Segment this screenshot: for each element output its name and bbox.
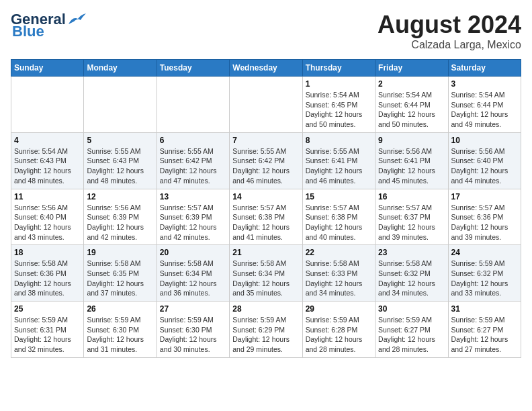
day-number: 25	[14, 304, 81, 314]
calendar-cell: 22Sunrise: 5:58 AMSunset: 6:33 PMDayligh…	[302, 245, 375, 302]
day-number: 4	[14, 136, 81, 145]
calendar-cell: 24Sunrise: 5:59 AMSunset: 6:32 PMDayligh…	[448, 245, 521, 302]
calendar-cell: 8Sunrise: 5:55 AMSunset: 6:41 PMDaylight…	[302, 132, 375, 189]
calendar-week-row: 11Sunrise: 5:56 AMSunset: 6:40 PMDayligh…	[11, 189, 521, 245]
calendar-cell: 7Sunrise: 5:55 AMSunset: 6:42 PMDaylight…	[230, 132, 302, 189]
calendar-cell: 14Sunrise: 5:57 AMSunset: 6:38 PMDayligh…	[230, 189, 302, 245]
day-number: 10	[451, 136, 518, 145]
title-area: August 2024 Calzada Larga, Mexico	[378, 11, 521, 51]
day-info: Sunrise: 5:55 AMSunset: 6:42 PMDaylight:…	[160, 146, 226, 186]
day-info: Sunrise: 5:57 AMSunset: 6:38 PMDaylight:…	[306, 203, 372, 242]
day-number: 12	[87, 192, 153, 201]
day-info: Sunrise: 5:58 AMSunset: 6:32 PMDaylight:…	[378, 259, 445, 298]
day-number: 1	[306, 79, 372, 89]
day-number: 8	[306, 136, 372, 145]
day-info: Sunrise: 5:59 AMSunset: 6:29 PMDaylight:…	[232, 315, 299, 355]
day-info: Sunrise: 5:58 AMSunset: 6:36 PMDaylight:…	[14, 259, 81, 298]
calendar-cell: 17Sunrise: 5:57 AMSunset: 6:36 PMDayligh…	[448, 189, 521, 245]
calendar-cell	[157, 77, 229, 133]
day-number: 31	[451, 304, 518, 314]
calendar-week-row: 1Sunrise: 5:54 AMSunset: 6:45 PMDaylight…	[11, 77, 521, 133]
day-number: 5	[87, 136, 153, 145]
calendar-cell: 16Sunrise: 5:57 AMSunset: 6:37 PMDayligh…	[375, 189, 448, 245]
calendar-cell: 3Sunrise: 5:54 AMSunset: 6:44 PMDaylight…	[448, 77, 521, 133]
weekday-header: Thursday	[302, 60, 375, 77]
calendar-subtitle: Calzada Larga, Mexico	[378, 39, 521, 51]
day-info: Sunrise: 5:59 AMSunset: 6:30 PMDaylight:…	[160, 315, 226, 355]
day-number: 24	[451, 248, 518, 257]
weekday-header: Saturday	[448, 60, 521, 77]
day-number: 22	[306, 248, 372, 257]
day-number: 15	[306, 192, 372, 201]
weekday-header: Sunday	[11, 60, 84, 77]
calendar-cell: 27Sunrise: 5:59 AMSunset: 6:30 PMDayligh…	[157, 302, 229, 358]
day-info: Sunrise: 5:54 AMSunset: 6:44 PMDaylight:…	[451, 90, 518, 130]
weekday-header: Tuesday	[157, 60, 229, 77]
calendar-table: SundayMondayTuesdayWednesdayThursdayFrid…	[11, 59, 521, 358]
calendar-cell: 9Sunrise: 5:56 AMSunset: 6:41 PMDaylight…	[375, 132, 448, 189]
logo-bird-icon	[67, 12, 87, 27]
day-info: Sunrise: 5:56 AMSunset: 6:40 PMDaylight:…	[451, 146, 518, 186]
calendar-cell: 29Sunrise: 5:59 AMSunset: 6:28 PMDayligh…	[302, 302, 375, 358]
day-number: 13	[160, 192, 226, 201]
day-number: 19	[87, 248, 153, 257]
day-info: Sunrise: 5:59 AMSunset: 6:27 PMDaylight:…	[378, 315, 445, 355]
day-info: Sunrise: 5:56 AMSunset: 6:41 PMDaylight:…	[378, 146, 445, 186]
calendar-cell: 31Sunrise: 5:59 AMSunset: 6:27 PMDayligh…	[448, 302, 521, 358]
day-number: 11	[14, 192, 81, 201]
day-info: Sunrise: 5:55 AMSunset: 6:42 PMDaylight:…	[232, 146, 299, 186]
day-number: 18	[14, 248, 81, 257]
day-info: Sunrise: 5:58 AMSunset: 6:35 PMDaylight:…	[87, 259, 153, 298]
calendar-cell: 2Sunrise: 5:54 AMSunset: 6:44 PMDaylight…	[375, 77, 448, 133]
logo: General Blue	[11, 11, 87, 40]
calendar-cell: 28Sunrise: 5:59 AMSunset: 6:29 PMDayligh…	[230, 302, 302, 358]
day-info: Sunrise: 5:54 AMSunset: 6:44 PMDaylight:…	[378, 90, 445, 130]
calendar-week-row: 25Sunrise: 5:59 AMSunset: 6:31 PMDayligh…	[11, 302, 521, 358]
day-info: Sunrise: 5:54 AMSunset: 6:45 PMDaylight:…	[306, 90, 372, 130]
day-number: 20	[160, 248, 226, 257]
day-info: Sunrise: 5:57 AMSunset: 6:37 PMDaylight:…	[378, 203, 445, 242]
day-info: Sunrise: 5:58 AMSunset: 6:33 PMDaylight:…	[306, 259, 372, 298]
day-info: Sunrise: 5:59 AMSunset: 6:31 PMDaylight:…	[14, 315, 81, 355]
day-info: Sunrise: 5:56 AMSunset: 6:39 PMDaylight:…	[87, 203, 153, 242]
day-number: 14	[232, 192, 299, 201]
day-info: Sunrise: 5:59 AMSunset: 6:30 PMDaylight:…	[87, 315, 153, 355]
logo-general: General	[11, 11, 66, 28]
day-info: Sunrise: 5:56 AMSunset: 6:40 PMDaylight:…	[14, 203, 81, 242]
day-info: Sunrise: 5:57 AMSunset: 6:39 PMDaylight:…	[160, 203, 226, 242]
day-number: 6	[160, 136, 226, 145]
calendar-cell: 1Sunrise: 5:54 AMSunset: 6:45 PMDaylight…	[302, 77, 375, 133]
day-number: 29	[306, 304, 372, 314]
day-info: Sunrise: 5:59 AMSunset: 6:32 PMDaylight:…	[451, 259, 518, 298]
day-number: 7	[232, 136, 299, 145]
calendar-cell: 18Sunrise: 5:58 AMSunset: 6:36 PMDayligh…	[11, 245, 84, 302]
calendar-week-row: 18Sunrise: 5:58 AMSunset: 6:36 PMDayligh…	[11, 245, 521, 302]
day-number: 28	[232, 304, 299, 314]
calendar-cell: 20Sunrise: 5:58 AMSunset: 6:34 PMDayligh…	[157, 245, 229, 302]
calendar-cell: 12Sunrise: 5:56 AMSunset: 6:39 PMDayligh…	[84, 189, 157, 245]
calendar-cell	[230, 77, 302, 133]
calendar-week-row: 4Sunrise: 5:54 AMSunset: 6:43 PMDaylight…	[11, 132, 521, 189]
calendar-cell: 23Sunrise: 5:58 AMSunset: 6:32 PMDayligh…	[375, 245, 448, 302]
day-number: 26	[87, 304, 153, 314]
calendar-cell: 6Sunrise: 5:55 AMSunset: 6:42 PMDaylight…	[157, 132, 229, 189]
header: General Blue August 2024 Calzada Larga, …	[11, 11, 521, 51]
calendar-cell: 13Sunrise: 5:57 AMSunset: 6:39 PMDayligh…	[157, 189, 229, 245]
day-number: 16	[378, 192, 445, 201]
calendar-cell	[11, 77, 84, 133]
calendar-cell: 25Sunrise: 5:59 AMSunset: 6:31 PMDayligh…	[11, 302, 84, 358]
calendar-title: August 2024	[378, 11, 521, 39]
day-number: 3	[451, 79, 518, 89]
day-number: 2	[378, 79, 445, 89]
weekday-header: Friday	[375, 60, 448, 77]
weekday-header: Monday	[84, 60, 157, 77]
calendar-cell: 11Sunrise: 5:56 AMSunset: 6:40 PMDayligh…	[11, 189, 84, 245]
day-info: Sunrise: 5:57 AMSunset: 6:36 PMDaylight:…	[451, 203, 518, 242]
day-info: Sunrise: 5:58 AMSunset: 6:34 PMDaylight:…	[160, 259, 226, 298]
day-info: Sunrise: 5:54 AMSunset: 6:43 PMDaylight:…	[14, 146, 81, 186]
calendar-cell: 15Sunrise: 5:57 AMSunset: 6:38 PMDayligh…	[302, 189, 375, 245]
day-info: Sunrise: 5:57 AMSunset: 6:38 PMDaylight:…	[232, 203, 299, 242]
day-number: 21	[232, 248, 299, 257]
weekday-header-row: SundayMondayTuesdayWednesdayThursdayFrid…	[11, 60, 521, 77]
calendar-cell: 4Sunrise: 5:54 AMSunset: 6:43 PMDaylight…	[11, 132, 84, 189]
